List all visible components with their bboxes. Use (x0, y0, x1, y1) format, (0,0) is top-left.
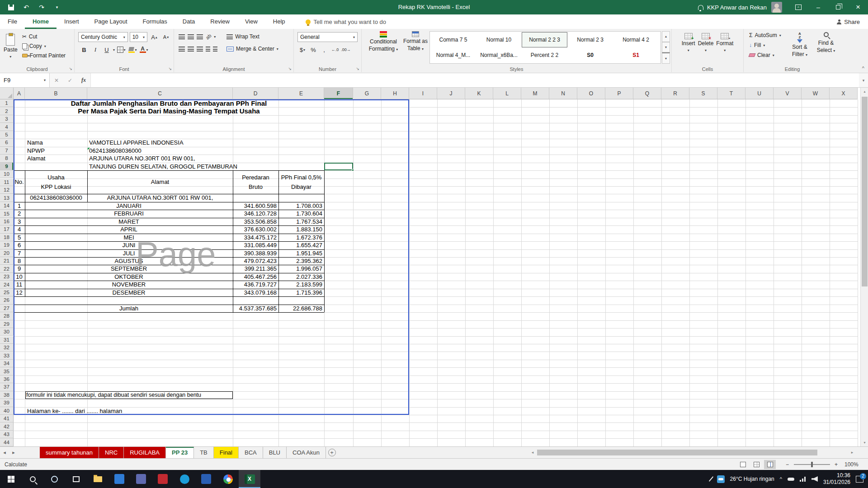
orientation-icon[interactable]: ab (205, 33, 212, 40)
font-color-button[interactable]: A▾ (139, 45, 149, 55)
close-button[interactable]: × (848, 0, 868, 14)
row-header-43[interactable]: 43 (0, 431, 14, 438)
row-header-41[interactable]: 41 (0, 415, 14, 422)
row-header-9[interactable]: 9 (0, 163, 14, 170)
sheet-tab-coa-akun[interactable]: COA Akun (287, 447, 326, 459)
column-header-V[interactable]: V (774, 88, 802, 99)
accounting-format-button[interactable]: $▾ (297, 45, 307, 55)
row-header-10[interactable]: 10 (0, 170, 14, 178)
volume-icon[interactable] (811, 476, 818, 482)
edge-browser-icon[interactable] (174, 470, 195, 488)
align-right-icon[interactable] (197, 47, 203, 52)
column-header-H[interactable]: H (381, 88, 409, 99)
ribbon-tab-help[interactable]: Help (265, 14, 293, 29)
ribbon-tab-data[interactable]: Data (175, 14, 203, 29)
cell-style-normal-4-m[interactable]: Normal 4_M... (430, 47, 476, 63)
column-header-P[interactable]: P (605, 88, 633, 99)
cell-style-normal-x6ba[interactable]: Normal_x6Ba... (476, 47, 522, 63)
conditional-formatting-button[interactable]: Conditional Formatting ▾ (365, 29, 401, 53)
zoom-out-button[interactable]: − (786, 459, 789, 470)
search-button[interactable] (22, 470, 43, 488)
alignment-dialog-launcher[interactable]: ↘ (288, 67, 292, 71)
horizontal-scroll-thumb[interactable] (537, 450, 817, 455)
column-header-D[interactable]: D (233, 88, 278, 99)
row-header-15[interactable]: 15 (0, 210, 14, 217)
page-layout-view-button[interactable] (750, 460, 762, 469)
sheet-tab-blu[interactable]: BLU (263, 447, 287, 459)
row-header-12[interactable]: 12 (0, 186, 14, 194)
cell-style-percent-2-2[interactable]: Percent 2 2 (522, 47, 567, 63)
autosum-button[interactable]: ΣAutoSum▾ (747, 31, 783, 39)
ribbon-tab-file[interactable]: File (0, 14, 25, 29)
action-center-icon[interactable]: 2 (856, 476, 863, 483)
row-header-20[interactable]: 20 (0, 249, 14, 257)
paste-dropdown-icon[interactable]: ▾ (9, 54, 11, 60)
sheet-tab-nrc[interactable]: NRC (99, 447, 124, 459)
photos-app-icon[interactable] (108, 470, 130, 488)
save-button[interactable] (6, 2, 15, 12)
scroll-up-button[interactable]: ▴ (861, 88, 868, 95)
increase-indent-icon[interactable] (213, 47, 217, 52)
row-header-5[interactable]: 5 (0, 131, 14, 139)
weather-label[interactable]: 26°C Hujan ringan (730, 476, 774, 482)
number-format-combo[interactable]: General▾ (297, 32, 358, 42)
select-all-button[interactable] (0, 88, 14, 99)
ribbon-tab-review[interactable]: Review (203, 14, 237, 29)
zoom-level[interactable]: 100% (844, 459, 859, 470)
row-header-42[interactable]: 42 (0, 422, 14, 430)
row-header-2[interactable]: 2 (0, 107, 14, 115)
undo-button[interactable]: ↶ (22, 2, 31, 12)
row-header-44[interactable]: 44 (0, 438, 14, 446)
name-box[interactable]: F9▾ (0, 73, 50, 87)
font-name-combo[interactable]: Century Gothic▾ (78, 32, 128, 42)
row-header-30[interactable]: 30 (0, 328, 14, 336)
cell-style-normal-10[interactable]: Normal 10 (476, 32, 522, 47)
sheet-tab-summary-tahunan[interactable]: summary tahunan (40, 447, 99, 459)
vertical-scrollbar[interactable]: ▴ ▾ (860, 88, 868, 446)
cortana-button[interactable] (43, 470, 65, 488)
task-view-button[interactable] (65, 470, 87, 488)
row-header-32[interactable]: 32 (0, 344, 14, 352)
row-header-1[interactable]: 1 (0, 99, 14, 107)
sheet-tab-rugilaba[interactable]: RUGILABA (124, 447, 166, 459)
row-header-37[interactable]: 37 (0, 383, 14, 391)
sheet-nav-left-button[interactable]: ◂ (0, 447, 9, 458)
hidden-icons-chevron[interactable]: ^ (780, 476, 782, 482)
font-size-combo[interactable]: 10▾ (130, 32, 147, 42)
row-header-35[interactable]: 35 (0, 367, 14, 375)
decrease-font-size-button[interactable]: A▾ (161, 32, 171, 42)
row-header-18[interactable]: 18 (0, 234, 14, 241)
insert-cells-button[interactable]: +Insert▾ (682, 31, 695, 54)
column-header-T[interactable]: T (717, 88, 745, 99)
sheet-tab-tb[interactable]: TB (194, 447, 214, 459)
qat-customize-button[interactable]: ▾ (52, 2, 61, 12)
row-header-14[interactable]: 14 (0, 202, 14, 210)
new-sheet-button[interactable]: + (326, 447, 338, 458)
italic-button[interactable]: I (90, 45, 100, 55)
onedrive-icon[interactable] (788, 478, 794, 481)
tell-me-box[interactable]: Tell me what you want to do (306, 14, 386, 29)
ribbon-tab-insert[interactable]: Insert (57, 14, 87, 29)
column-header-B[interactable]: B (25, 88, 87, 99)
cell-style-comma-7-5[interactable]: Comma 7 5 (430, 32, 476, 47)
column-header-R[interactable]: R (661, 88, 689, 99)
row-header-23[interactable]: 23 (0, 273, 14, 281)
formula-input[interactable] (90, 73, 859, 87)
zoom-thumb[interactable] (811, 462, 813, 467)
row-header-16[interactable]: 16 (0, 218, 14, 225)
row-header-31[interactable]: 31 (0, 336, 14, 344)
insert-function-button[interactable]: fx (77, 73, 90, 87)
weather-icon[interactable] (717, 475, 725, 483)
scroll-left-button[interactable]: ◂ (529, 450, 536, 455)
ribbon-tab-home[interactable]: Home (25, 14, 57, 29)
account-name[interactable]: KKP Anwar dan Rekan (707, 4, 767, 11)
sheet-tab-pp-23[interactable]: PP 23 (166, 447, 194, 459)
horizontal-scrollbar[interactable]: ◂ ▸ (529, 447, 856, 457)
row-header-7[interactable]: 7 (0, 147, 14, 155)
row-header-25[interactable]: 25 (0, 289, 14, 296)
increase-font-size-button[interactable]: A▴ (149, 32, 159, 42)
cancel-entry-button[interactable]: ✕ (50, 73, 63, 87)
gallery-scroll-down-button[interactable]: ▾ (662, 42, 670, 53)
zoom-slider[interactable] (794, 464, 830, 465)
column-header-F[interactable]: F (324, 88, 353, 99)
